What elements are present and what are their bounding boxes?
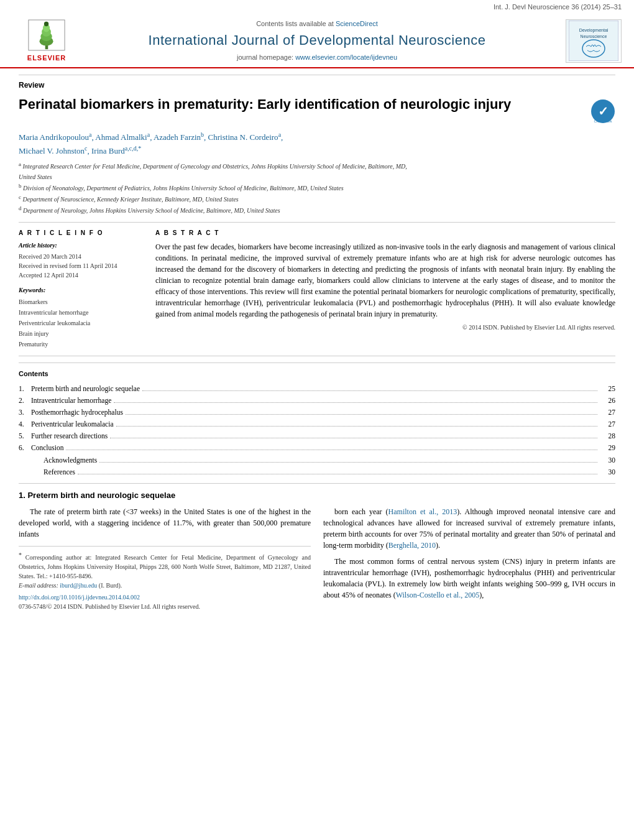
contents-num-4: 4. — [19, 419, 31, 429]
author-2: Ahmad Almalkia, — [95, 132, 154, 142]
contents-page-6: 29 — [600, 443, 615, 453]
contents-label-5: Further research directions — [31, 431, 600, 441]
article-title: Perinatal biomarkers in prematurity: Ear… — [19, 96, 581, 114]
sciencedirect-link[interactable]: ScienceDirect — [336, 20, 378, 27]
sciencedirect-label: Contents lists available at — [256, 20, 334, 27]
keyword-3: Periventricular leukomalacia — [19, 318, 143, 328]
cite-berghella: Berghella, 2010 — [388, 541, 436, 550]
header-center: Contents lists available at ScienceDirec… — [81, 19, 553, 63]
contents-row-4: 4. Periventricular leukomalacia 27 — [19, 419, 615, 429]
doi-line: http://dx.doi.org/10.1016/j.ijdevneu.201… — [19, 593, 311, 602]
journal-homepage-line: journal homepage: www.elsevier.com/locat… — [81, 53, 553, 62]
keyword-4: Brain injury — [19, 328, 143, 339]
abstract-col: A B S T R A C T Over the past few decade… — [155, 229, 615, 349]
author-1: Maria Andrikopouloua, — [19, 132, 95, 142]
citation-text: Int. J. Devl Neuroscience 36 (2014) 25–3… — [494, 3, 622, 11]
svg-text:✓: ✓ — [598, 104, 609, 118]
contents-page-3: 27 — [600, 407, 615, 417]
header-right: Developmental Neuroscience — [553, 19, 622, 63]
contents-num-2: 2. — [19, 395, 31, 405]
revised-date: Received in revised form 11 April 2014 — [19, 261, 143, 270]
contents-page-4: 27 — [600, 419, 615, 429]
elsevier-tree-icon — [28, 18, 65, 52]
contents-row-1: 1. Preterm birth and neurologic sequelae… — [19, 384, 615, 394]
contents-row-ref: References 30 — [19, 467, 615, 477]
article-title-row: Perinatal biomarkers in prematurity: Ear… — [19, 96, 615, 124]
email-label: E-mail address: — [19, 582, 58, 589]
contents-page-5: 28 — [600, 431, 615, 441]
contents-page-ref: 30 — [600, 467, 615, 477]
abstract-title: A B S T R A C T — [155, 229, 615, 238]
homepage-label: journal homepage: — [237, 53, 293, 61]
article-type: Review — [19, 75, 615, 91]
keyword-1: Biomarkers — [19, 297, 143, 307]
accepted-date: Accepted 12 April 2014 — [19, 270, 143, 280]
footnote-text: * Corresponding author at: Integrated Re… — [19, 550, 311, 581]
doi-link[interactable]: http://dx.doi.org/10.1016/j.ijdevneu.201… — [19, 594, 140, 601]
cite-hamilton: Hamilton et al., 2013 — [388, 507, 457, 516]
svg-text:Neuroscience: Neuroscience — [581, 34, 607, 39]
journal-title-header: International Journal of Developmental N… — [81, 31, 553, 50]
author-6: Irina Burda,c,d,* — [91, 146, 141, 155]
article-info-title: A R T I C L E I N F O — [19, 229, 143, 238]
email-suffix: (I. Burd). — [99, 582, 122, 589]
author-4: Christina N. Cordeiroa, — [208, 132, 283, 142]
keywords-section: Keywords: Biomarkers Intraventricular he… — [19, 286, 143, 349]
contents-page-ack: 30 — [600, 455, 615, 465]
contents-num-3: 3. — [19, 407, 31, 417]
history-title: Article history: — [19, 241, 143, 250]
body-para-1-right: born each year (Hamilton et al., 2013). … — [323, 506, 615, 551]
copyright-line: © 2014 ISDN. Published by Elsevier Ltd. … — [155, 323, 615, 332]
issn-line: 0736-5748/© 2014 ISDN. Published by Else… — [19, 602, 311, 611]
affiliations: a Integrated Research Center for Fetal M… — [19, 160, 615, 215]
elsevier-logo: ELSEVIER — [12, 18, 81, 63]
keywords-title: Keywords: — [19, 286, 143, 295]
citation-line: Int. J. Devl Neuroscience 36 (2014) 25–3… — [0, 0, 634, 13]
svg-point-5 — [44, 22, 48, 26]
dev-neurosci-logo-icon: Developmental Neuroscience — [569, 21, 618, 61]
keyword-2: Intraventricular hemorrhage — [19, 307, 143, 318]
body-two-col: The rate of preterm birth rate (<37 week… — [19, 506, 615, 611]
cite-wilson: Wilson-Costello et al., 2005 — [396, 591, 480, 599]
contents-label-ref: References — [44, 467, 600, 477]
contents-page-2: 26 — [600, 395, 615, 405]
email-link[interactable]: iburd@jhu.edu — [60, 582, 97, 589]
homepage-link[interactable]: www.elsevier.com/locate/ijdevneu — [295, 53, 397, 61]
divider-1 — [19, 222, 615, 223]
affil-1b: United States — [19, 172, 615, 182]
body-para-1-left: The rate of preterm birth rate (<37 week… — [19, 506, 311, 540]
body-col-right: born each year (Hamilton et al., 2013). … — [323, 506, 615, 611]
contents-title: Contents — [19, 369, 615, 379]
contents-label-4: Periventricular leukomalacia — [31, 419, 600, 429]
contents-num-5: 5. — [19, 431, 31, 441]
sciencedirect-line: Contents lists available at ScienceDirec… — [81, 19, 553, 29]
contents-row-6: 6. Conclusion 29 — [19, 443, 615, 453]
info-abstract-cols: A R T I C L E I N F O Article history: R… — [19, 229, 615, 349]
divider-2 — [19, 356, 615, 356]
contents-label-1: Preterm birth and neurologic sequelae — [31, 384, 600, 394]
keyword-5: Prematurity — [19, 339, 143, 349]
contents-label-ack: Acknowledgments — [44, 455, 600, 465]
affil-1: a Integrated Research Center for Fetal M… — [19, 160, 615, 171]
contents-row-2: 2. Intraventricular hemorrhage 26 — [19, 395, 615, 405]
section-1-heading: 1. Preterm birth and neurologic sequelae — [19, 490, 615, 501]
authors-line: Maria Andrikopouloua, Ahmad Almalkia, Az… — [19, 130, 615, 157]
contents-row-3: 3. Posthemorrhagic hydrocephalus 27 — [19, 407, 615, 417]
article-history: Article history: Received 20 March 2014 … — [19, 241, 143, 280]
section-1: 1. Preterm birth and neurologic sequelae… — [19, 483, 615, 612]
elsevier-wordmark: ELSEVIER — [27, 53, 66, 63]
svg-text:Developmental: Developmental — [579, 28, 609, 33]
contents-label-3: Posthemorrhagic hydrocephalus — [31, 407, 600, 417]
abstract-text: Over the past few decades, biomarkers ha… — [155, 241, 615, 320]
contents-section: Contents 1. Preterm birth and neurologic… — [19, 362, 615, 477]
contents-label-2: Intraventricular hemorrhage — [31, 395, 600, 405]
contents-page-1: 25 — [600, 384, 615, 394]
footnote-email: E-mail address: iburd@jhu.edu (I. Burd). — [19, 581, 311, 590]
affil-3: c Department of Neuroscience, Kennedy Kr… — [19, 193, 615, 204]
contents-num-1: 1. — [19, 384, 31, 394]
contents-label-6: Conclusion — [31, 443, 600, 453]
body-para-2-right: The most common forms of central nervous… — [323, 556, 615, 601]
dev-neurosci-logo: Developmental Neuroscience — [566, 19, 622, 63]
contents-row-5: 5. Further research directions 28 — [19, 431, 615, 441]
svg-rect-7 — [569, 21, 618, 61]
